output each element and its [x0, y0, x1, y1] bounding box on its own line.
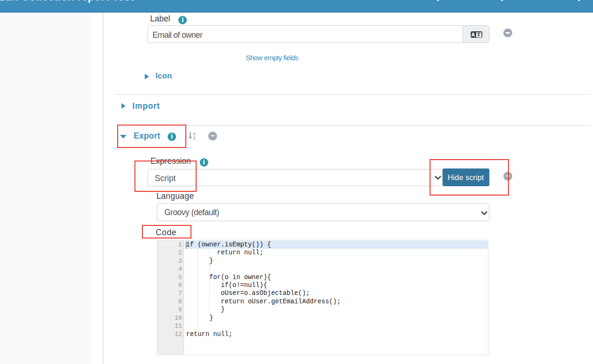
svg-text:Z: Z	[193, 135, 196, 140]
